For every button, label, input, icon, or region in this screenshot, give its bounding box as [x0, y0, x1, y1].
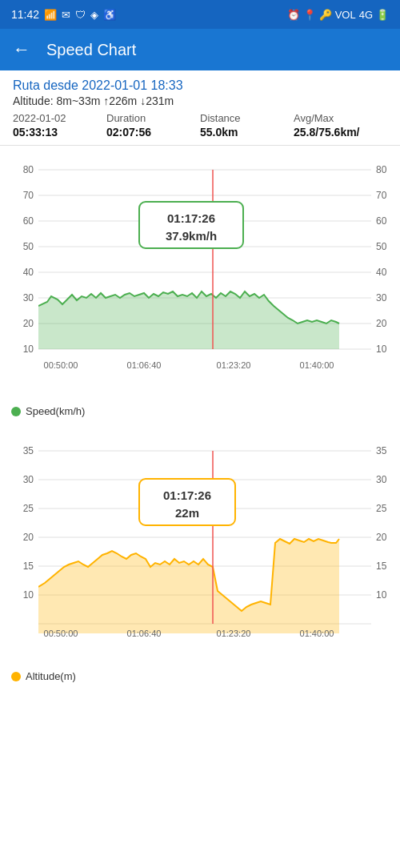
- speed-chart-wrapper: 80 70 60 50 40 30 20 10 80 70 60 50 40 3…: [0, 146, 400, 427]
- shield-icon: 🛡: [75, 9, 86, 21]
- back-button[interactable]: ←: [13, 39, 30, 60]
- altitude-chart-wrapper: 35 30 25 20 15 10 35 30 25 20 15 10: [0, 427, 400, 692]
- svg-text:15: 15: [23, 561, 34, 572]
- svg-text:35: 35: [376, 445, 387, 456]
- key-icon: 🔑: [319, 9, 332, 21]
- status-left: 11:42 📶 ✉ 🛡 ◈ ♿: [11, 8, 116, 21]
- svg-text:25: 25: [23, 503, 34, 514]
- svg-text:30: 30: [23, 474, 34, 485]
- svg-text:20: 20: [376, 532, 387, 543]
- svg-text:10: 10: [376, 589, 387, 601]
- speed-chart-area: 80 70 60 50 40 30 20 10 80 70 60 50 40 3…: [3, 154, 397, 424]
- battery-icon: 🔋: [376, 9, 389, 21]
- stats-table: 2022-01-02 Duration Distance Avg/Max 05:…: [13, 112, 387, 139]
- svg-text:01:40:00: 01:40:00: [300, 360, 334, 370]
- svg-text:30: 30: [23, 292, 34, 303]
- speed-legend: Speed(km/h): [3, 402, 397, 424]
- svg-text:01:40:00: 01:40:00: [300, 629, 334, 638]
- svg-text:00:50:00: 00:50:00: [44, 360, 78, 370]
- vol-icon: VOL: [335, 9, 356, 21]
- svg-text:10: 10: [23, 344, 34, 355]
- altitude-chart-svg: 35 30 25 20 15 10 35 30 25 20 15 10: [3, 435, 397, 667]
- clock-icon: ⏰: [287, 9, 300, 21]
- app-header: ← Speed Chart: [0, 29, 400, 70]
- svg-text:01:06:40: 01:06:40: [127, 360, 162, 370]
- svg-text:50: 50: [23, 241, 34, 252]
- email-icon: ✉: [62, 9, 70, 21]
- time-display: 11:42: [11, 8, 39, 21]
- svg-text:20: 20: [23, 318, 34, 329]
- svg-text:70: 70: [376, 190, 387, 201]
- svg-text:20: 20: [23, 532, 34, 543]
- duration-label: Duration: [106, 112, 200, 124]
- status-right: ⏰ 📍 🔑 VOL 4G 🔋: [287, 9, 389, 21]
- svg-text:01:23:20: 01:23:20: [217, 360, 251, 370]
- accessible-icon: ♿: [103, 9, 116, 21]
- svg-text:01:23:20: 01:23:20: [217, 629, 251, 638]
- altitude-legend-dot: [11, 672, 21, 681]
- svg-text:22m: 22m: [175, 506, 199, 520]
- date-label: 2022-01-02: [13, 112, 106, 124]
- route-title: Ruta desde 2022-01-01 18:33: [13, 78, 387, 93]
- svg-text:01:17:26: 01:17:26: [163, 488, 211, 502]
- speed-legend-dot: [11, 407, 21, 416]
- 4g-icon: 4G: [359, 9, 373, 21]
- svg-text:60: 60: [376, 215, 387, 227]
- altitude-chart-area: 35 30 25 20 15 10 35 30 25 20 15 10: [3, 435, 397, 689]
- altitude-legend: Altitude(m): [3, 667, 397, 689]
- status-bar: 11:42 📶 ✉ 🛡 ◈ ♿ ⏰ 📍 🔑 VOL 4G 🔋: [0, 0, 400, 29]
- info-section: Ruta desde 2022-01-01 18:33 Altitude: 8m…: [0, 70, 400, 146]
- avgmax-label: Avg/Max: [294, 112, 387, 124]
- svg-text:01:17:26: 01:17:26: [167, 211, 215, 225]
- page-title: Speed Chart: [46, 41, 136, 59]
- svg-text:70: 70: [23, 190, 34, 201]
- svg-text:60: 60: [23, 215, 34, 227]
- svg-text:10: 10: [23, 589, 34, 601]
- svg-text:30: 30: [376, 474, 387, 485]
- distance-value: 55.0km: [200, 126, 294, 139]
- svg-text:80: 80: [376, 164, 387, 175]
- svg-text:80: 80: [23, 164, 34, 175]
- date-value: 05:33:13: [13, 126, 106, 139]
- svg-text:01:06:40: 01:06:40: [127, 629, 162, 638]
- signal-icon: 📶: [44, 9, 57, 21]
- distance-label: Distance: [200, 112, 294, 124]
- svg-text:40: 40: [376, 267, 387, 278]
- location-icon: 📍: [303, 9, 316, 21]
- svg-text:37.9km/h: 37.9km/h: [166, 229, 217, 243]
- charts-container: 80 70 60 50 40 30 20 10 80 70 60 50 40 3…: [0, 146, 400, 692]
- altitude-info: Altitude: 8m~33m ↑226m ↓231m: [13, 94, 387, 107]
- svg-text:10: 10: [376, 344, 387, 355]
- svg-text:20: 20: [376, 318, 387, 329]
- duration-value: 02:07:56: [106, 126, 200, 139]
- speed-legend-label: Speed(km/h): [26, 405, 85, 417]
- svg-text:15: 15: [376, 561, 387, 572]
- altitude-legend-label: Altitude(m): [26, 670, 76, 682]
- avgmax-value: 25.8/75.6km/: [294, 126, 387, 139]
- svg-text:40: 40: [23, 267, 34, 278]
- svg-text:25: 25: [376, 503, 387, 514]
- layers-icon: ◈: [90, 9, 98, 21]
- svg-text:00:50:00: 00:50:00: [44, 629, 78, 638]
- svg-text:35: 35: [23, 445, 34, 456]
- speed-chart-svg: 80 70 60 50 40 30 20 10 80 70 60 50 40 3…: [3, 154, 397, 402]
- svg-text:30: 30: [376, 292, 387, 303]
- svg-text:50: 50: [376, 241, 387, 252]
